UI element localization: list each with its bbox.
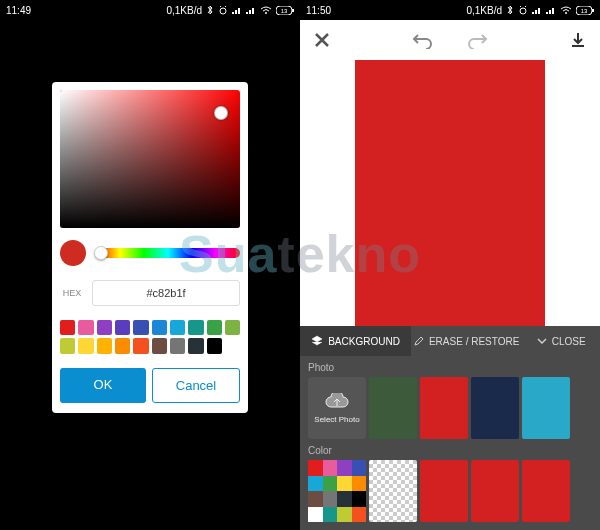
signal-icon	[546, 6, 556, 14]
layers-icon	[311, 335, 323, 347]
svg-rect-11	[292, 9, 294, 12]
swatch[interactable]	[97, 338, 112, 353]
sv-thumb[interactable]	[214, 106, 228, 120]
color-thumb[interactable]	[471, 460, 519, 522]
screen-editor: 11:50 0,1KB/d 13	[300, 0, 600, 530]
swatch[interactable]	[207, 338, 222, 353]
swatch[interactable]	[115, 320, 130, 335]
select-photo-button[interactable]: Select Photo	[308, 377, 366, 439]
background-thumb[interactable]	[420, 377, 468, 439]
color-thumb[interactable]	[420, 460, 468, 522]
svg-point-9	[265, 12, 267, 14]
tab-label: BACKGROUND	[328, 336, 400, 347]
bluetooth-icon	[206, 5, 214, 15]
canvas-area	[300, 60, 600, 350]
chevron-down-icon	[537, 338, 547, 344]
tab-close[interactable]: CLOSE	[522, 326, 600, 356]
svg-line-15	[525, 6, 526, 7]
hex-label: HEX	[60, 288, 84, 298]
svg-rect-21	[552, 8, 554, 14]
bluetooth-icon	[506, 5, 514, 15]
swatch[interactable]	[188, 320, 203, 335]
battery-icon: 13	[276, 6, 294, 15]
photo-canvas[interactable]	[355, 60, 545, 340]
color-thumb[interactable]	[522, 460, 570, 522]
background-thumb[interactable]	[369, 377, 417, 439]
swatch[interactable]	[207, 320, 222, 335]
redo-icon[interactable]	[465, 28, 489, 52]
svg-point-22	[565, 12, 567, 14]
swatch[interactable]	[133, 320, 148, 335]
svg-point-0	[220, 8, 226, 14]
signal-icon	[232, 6, 242, 14]
svg-rect-20	[549, 10, 551, 14]
battery-icon: 13	[576, 6, 594, 15]
swatch[interactable]	[60, 320, 75, 335]
status-bar: 11:50 0,1KB/d 13	[300, 0, 600, 20]
signal-icon	[246, 6, 256, 14]
swatch[interactable]	[170, 320, 185, 335]
signal-icon	[532, 6, 542, 14]
hue-slider[interactable]	[96, 248, 240, 258]
background-thumb[interactable]	[522, 377, 570, 439]
svg-text:13: 13	[281, 8, 288, 14]
background-thumb[interactable]	[471, 377, 519, 439]
pencil-icon	[414, 336, 424, 346]
svg-rect-4	[235, 10, 237, 14]
tab-background[interactable]: BACKGROUND	[300, 326, 411, 356]
swatch[interactable]	[225, 338, 240, 353]
tab-label: ERASE / RESTORE	[429, 336, 519, 347]
svg-line-14	[520, 6, 521, 7]
svg-rect-6	[246, 12, 248, 14]
svg-rect-5	[238, 8, 240, 14]
svg-text:13: 13	[581, 8, 588, 14]
swatch[interactable]	[97, 320, 112, 335]
swatch[interactable]	[78, 338, 93, 353]
color-thumb-transparent[interactable]	[369, 460, 417, 522]
section-photo-label: Photo	[308, 362, 592, 373]
wifi-icon	[260, 6, 272, 14]
cancel-button[interactable]: Cancel	[152, 368, 240, 403]
status-data: 0,1KB/d	[466, 5, 502, 16]
color-picker-dialog: HEX OK Cancel	[52, 82, 248, 413]
status-time: 11:50	[306, 5, 331, 16]
status-time: 11:49	[6, 5, 31, 16]
swatch[interactable]	[115, 338, 130, 353]
alarm-icon	[518, 5, 528, 15]
svg-rect-8	[252, 8, 254, 14]
download-icon[interactable]	[566, 28, 590, 52]
swatch-grid	[60, 320, 240, 354]
swatch[interactable]	[188, 338, 203, 353]
select-photo-label: Select Photo	[314, 415, 359, 424]
status-icons: 0,1KB/d 13	[466, 5, 594, 16]
swatch[interactable]	[133, 338, 148, 353]
svg-line-2	[225, 6, 226, 7]
svg-rect-24	[592, 9, 594, 12]
screen-color-picker: 11:49 0,1KB/d 13	[0, 0, 300, 530]
svg-rect-17	[535, 10, 537, 14]
swatch[interactable]	[225, 320, 240, 335]
swatch[interactable]	[152, 320, 167, 335]
saturation-value-area[interactable]	[60, 90, 240, 228]
undo-icon[interactable]	[411, 28, 435, 52]
tab-erase[interactable]: ERASE / RESTORE	[411, 326, 522, 356]
cloud-upload-icon	[325, 393, 349, 411]
wifi-icon	[560, 6, 572, 14]
svg-rect-18	[538, 8, 540, 14]
svg-rect-19	[546, 12, 548, 14]
ok-button[interactable]: OK	[60, 368, 146, 403]
svg-rect-16	[532, 12, 534, 14]
swatch[interactable]	[60, 338, 75, 353]
status-bar: 11:49 0,1KB/d 13	[0, 0, 300, 20]
svg-line-1	[220, 6, 221, 7]
hue-thumb[interactable]	[94, 246, 108, 260]
svg-rect-3	[232, 12, 234, 14]
swatch[interactable]	[152, 338, 167, 353]
swatch[interactable]	[78, 320, 93, 335]
close-icon[interactable]	[310, 28, 334, 52]
hex-input[interactable]	[92, 280, 240, 306]
color-palette-button[interactable]	[308, 460, 366, 522]
swatch[interactable]	[170, 338, 185, 353]
svg-rect-7	[249, 10, 251, 14]
alarm-icon	[218, 5, 228, 15]
